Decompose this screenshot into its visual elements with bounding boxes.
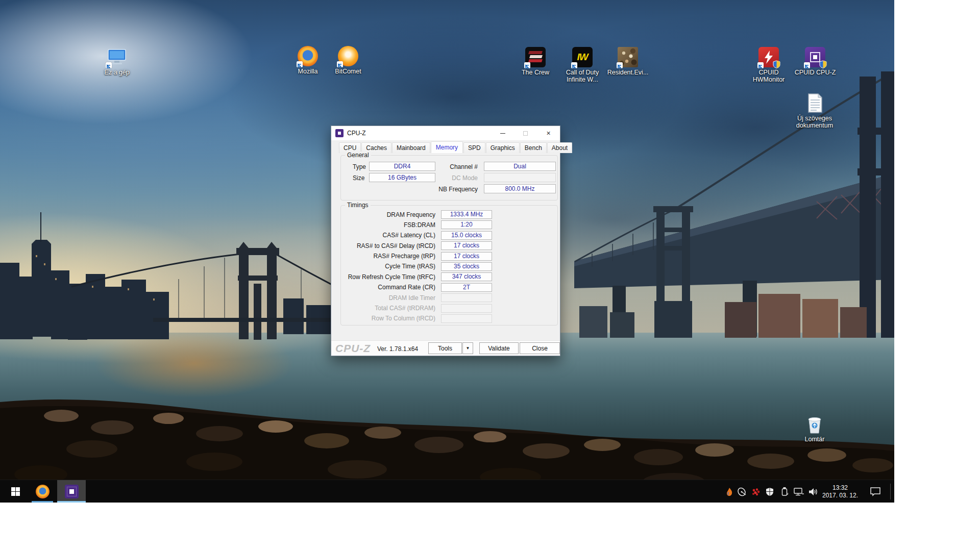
desktop-icon-label: CPUID CPU-Z <box>795 69 836 76</box>
close-window-button[interactable]: × <box>537 126 560 140</box>
timing-value-field: 17 clocks <box>441 252 492 261</box>
type-value-field: DDR4 <box>369 162 435 171</box>
recycle-bin-icon <box>804 416 825 434</box>
timing-label: Total CAS# (tRDRAM) <box>341 305 435 312</box>
timing-label: RAS# to CAS# Delay (tRCD) <box>341 242 435 249</box>
desktop-icon-hwmonitor[interactable]: CPUIDHWMonitor <box>745 47 792 83</box>
timing-value-field: 1333.4 MHz <box>441 210 492 219</box>
hwmonitor-icon <box>758 47 779 67</box>
shield-overlay-icon <box>819 60 827 68</box>
tab-bench[interactable]: Bench <box>520 142 547 153</box>
dc-mode-label: DC Mode <box>433 174 478 182</box>
desktop-icon-new-text-document[interactable]: Új szövegesdokumentum <box>791 93 838 129</box>
dc-mode-value-field <box>484 173 556 182</box>
timing-label: Row Refresh Cycle Time (tRFC) <box>341 273 435 281</box>
close-button[interactable]: Close <box>520 342 560 354</box>
timing-label: Cycle Time (tRAS) <box>341 263 435 270</box>
desktop-icon-label: Új szövegesdokumentum <box>796 115 833 129</box>
timing-label: FSB:DRAM <box>341 221 435 229</box>
maximize-button[interactable] <box>514 126 537 140</box>
timing-value-field: 15.0 clocks <box>441 231 492 240</box>
desktop-icon-label: Mozilla <box>298 68 318 75</box>
timing-label: Command Rate (CR) <box>341 284 435 291</box>
shortcut-arrow-icon <box>617 62 623 68</box>
timing-value-field <box>441 314 492 323</box>
cpuz-window: CPU-Z × CPU Caches Mainboard Memory SPD … <box>331 126 560 356</box>
taskbar-clock[interactable]: 13:32 2017. 03. 12. <box>816 480 865 503</box>
tray-network-icon[interactable] <box>791 480 806 503</box>
timing-label: RAS# Precharge (tRP) <box>341 253 435 260</box>
desktop: Ez a gép Mozilla BitComet The Crew <box>0 0 894 503</box>
timings-group-title: Timings <box>345 202 371 209</box>
size-label: Size <box>353 174 364 182</box>
timing-value-field: 347 clocks <box>441 272 492 281</box>
cod-infinite-warfare-icon: IW <box>572 47 593 67</box>
clock-date: 2017. 03. 12. <box>822 492 858 499</box>
size-value-field: 16 GBytes <box>369 173 435 182</box>
nb-frequency-label: NB Frequency <box>433 186 478 193</box>
windows-logo-icon <box>11 487 20 496</box>
tray-red-cluster-icon[interactable] <box>749 480 763 503</box>
tab-memory[interactable]: Memory <box>431 141 463 153</box>
tools-button[interactable]: Tools <box>428 342 462 354</box>
desktop-icon-resident-evil[interactable]: Resident.Evi... <box>604 47 651 76</box>
tray-defender-shield-icon[interactable] <box>763 480 777 503</box>
general-group: General Type DDR4 Size 16 GBytes Channel… <box>340 155 558 201</box>
action-center-icon <box>870 487 881 497</box>
timing-label: DRAM Idle Timer <box>341 294 435 302</box>
timing-value-field: 17 clocks <box>441 241 492 250</box>
tab-mainboard[interactable]: Mainboard <box>392 142 430 153</box>
window-titlebar[interactable]: CPU-Z × <box>331 126 560 140</box>
start-button[interactable] <box>4 480 27 503</box>
taskbar-firefox-button[interactable] <box>30 480 55 503</box>
channel-label: Channel # <box>433 163 478 170</box>
tab-spd[interactable]: SPD <box>463 142 485 153</box>
bitcomet-icon <box>338 46 358 66</box>
tray-usb-device-icon[interactable] <box>778 480 791 503</box>
desktop-icon-cod[interactable]: IW Call of DutyInfinite W... <box>559 47 606 83</box>
desktop-icon-label: Call of DutyInfinite W... <box>566 69 599 83</box>
timings-group: Timings DRAM Frequency1333.4 MHz FSB:DRA… <box>340 205 558 325</box>
desktop-icon-this-pc[interactable]: Ez a gép <box>93 47 140 76</box>
desktop-icon-recycle-bin[interactable]: Lomtár <box>791 416 838 443</box>
window-footer: CPU-Z Ver. 1.78.1.x64 Tools ▼ Validate C… <box>331 340 560 356</box>
desktop-icon-label: Resident.Evi... <box>607 69 649 76</box>
cpuz-logo: CPU-Z <box>335 342 371 355</box>
timing-label: Row To Column (tRCD) <box>341 315 435 322</box>
firefox-icon <box>298 46 318 66</box>
cpuz-icon <box>65 485 79 498</box>
desktop-icon-bitcomet[interactable]: BitComet <box>325 46 372 75</box>
timing-label: CAS# Latency (CL) <box>341 232 435 239</box>
shortcut-arrow-icon <box>804 62 810 68</box>
timing-value-field <box>441 293 492 302</box>
show-desktop-button[interactable] <box>891 480 894 503</box>
taskbar: 13:32 2017. 03. 12. <box>0 480 894 503</box>
tray-flame-icon[interactable] <box>723 480 736 503</box>
tab-bar: CPU Caches Mainboard Memory SPD Graphics… <box>339 142 573 153</box>
taskbar-cpuz-button[interactable] <box>57 480 86 503</box>
cpuz-active-indicator <box>57 501 86 503</box>
nb-frequency-value-field: 800.0 MHz <box>484 184 556 193</box>
version-text: Ver. 1.78.1.x64 <box>377 345 418 353</box>
shield-overlay-icon <box>773 60 780 68</box>
tab-about[interactable]: About <box>547 142 572 153</box>
timing-value-field: 1:20 <box>441 220 492 229</box>
desktop-icon-label: BitComet <box>335 68 361 75</box>
window-title: CPU-Z <box>347 130 366 137</box>
tray-dish-icon[interactable] <box>735 480 749 503</box>
the-crew-icon <box>525 47 546 67</box>
cpuz-window-icon <box>335 129 344 137</box>
validate-button[interactable]: Validate <box>479 342 519 354</box>
action-center-button[interactable] <box>867 480 884 503</box>
desktop-icon-label: Ez a gép <box>104 69 129 76</box>
shortcut-arrow-icon <box>524 62 530 68</box>
cpuz-desktop-icon <box>805 47 825 67</box>
notepad-icon <box>804 93 825 113</box>
desktop-icon-the-crew[interactable]: The Crew <box>512 47 559 76</box>
shortcut-arrow-icon <box>337 61 343 67</box>
tools-dropdown-arrow[interactable]: ▼ <box>462 342 473 354</box>
minimize-button[interactable] <box>491 126 514 140</box>
desktop-icon-cpuid-cpuz[interactable]: CPUID CPU-Z <box>792 47 839 76</box>
timing-value-field: 2T <box>441 283 492 292</box>
tab-graphics[interactable]: Graphics <box>486 142 520 153</box>
